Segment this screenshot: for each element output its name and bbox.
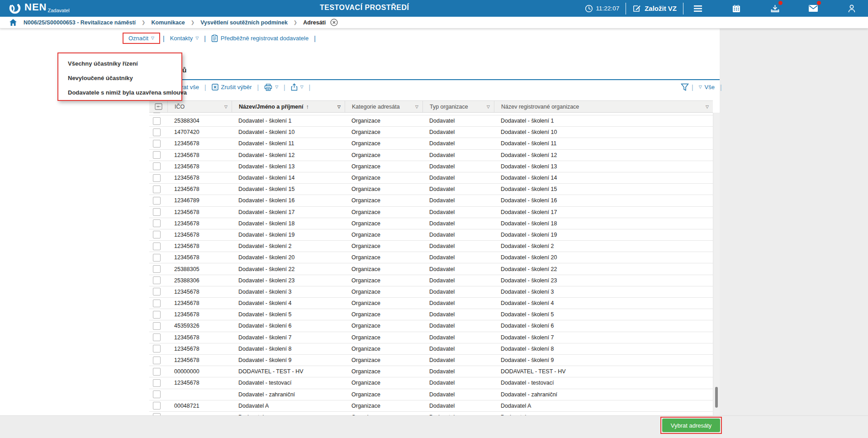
select-rows-header-cell[interactable] (149, 101, 167, 112)
row-checkbox[interactable] (153, 333, 161, 341)
table-row[interactable]: 12345678Dodavatel - školení 17Organizace… (149, 207, 713, 218)
home-icon[interactable] (9, 19, 17, 26)
table-cell: 12345678 (167, 300, 232, 306)
column-filter-icon[interactable]: ▽ (224, 105, 228, 109)
close-tab-icon[interactable] (330, 19, 338, 26)
table-row[interactable]: 12345678Dodavatel - školení 19Organizace… (149, 229, 713, 241)
row-checkbox[interactable] (153, 117, 161, 125)
column-header[interactable]: IČO▽ (167, 101, 232, 112)
row-checkbox[interactable] (153, 151, 161, 159)
column-header[interactable]: Kategorie adresáta▽ (345, 101, 422, 112)
filter-preset-select[interactable]: ▽ Vše (699, 84, 715, 90)
app-logo[interactable]: NEN Zadavatel (8, 1, 70, 15)
row-checkbox[interactable] (153, 113, 161, 113)
table-row[interactable]: 25388306Dodavatel - školení 23Organizace… (149, 275, 713, 286)
row-checkbox[interactable] (153, 276, 161, 284)
row-checkbox[interactable] (153, 322, 161, 330)
row-checkbox[interactable] (153, 243, 161, 250)
select-addressees-button[interactable]: Vybrat adresáty (662, 419, 720, 432)
row-checkbox[interactable] (153, 413, 161, 415)
row-checkbox[interactable] (153, 174, 161, 182)
export-button[interactable]: ▽ (291, 83, 304, 91)
mark-menu-button[interactable]: Označit ▽ (123, 33, 160, 44)
table-row[interactable]: 12346789Dodavatel - školení 16Organizace… (149, 195, 713, 206)
filter-funnel-icon[interactable] (681, 83, 689, 91)
row-checkbox[interactable] (153, 311, 161, 319)
table-scrollbar[interactable] (713, 113, 720, 415)
column-header[interactable]: Typ organizace▽ (422, 101, 494, 112)
row-checkbox[interactable] (153, 197, 161, 205)
scrollbar-thumb[interactable] (715, 387, 718, 408)
calendar-button[interactable] (731, 3, 742, 14)
table-row[interactable]: 12345678Dodavatel - školení 7OrganizaceD… (149, 332, 713, 343)
clear-selection-button[interactable]: Zrušit výběr (212, 84, 252, 90)
downloads-button[interactable] (769, 3, 780, 14)
row-checkbox[interactable] (153, 390, 161, 398)
breadcrumb-item[interactable]: N006/25/S00000653 - Revitalizace náměstí (24, 19, 136, 26)
table-cell: Dodavatel (422, 277, 494, 284)
column-filter-icon[interactable]: ▽ (415, 105, 418, 109)
column-filter-icon[interactable]: ▽ (337, 105, 341, 109)
row-checkbox[interactable] (153, 162, 161, 170)
row-checkbox[interactable] (153, 402, 161, 409)
table-row[interactable]: 45359326Dodavatel - školení 6OrganizaceD… (149, 320, 713, 332)
row-checkbox[interactable] (153, 219, 161, 227)
row-checkbox[interactable] (153, 345, 161, 352)
table-row[interactable]: 12345678Dodavatel - testovacíOrganizaceD… (149, 377, 713, 389)
table-row[interactable]: 25388304Dodavatel - školení 1OrganizaceD… (149, 115, 713, 127)
row-checkbox[interactable] (153, 186, 161, 193)
table-row[interactable]: 12345678Dodavatel - školení 18Organizace… (149, 218, 713, 229)
column-filter-icon[interactable]: ▽ (487, 105, 490, 109)
table-row[interactable]: 12345678Dodavatel - školení 11Organizace… (149, 138, 713, 149)
row-checkbox[interactable] (153, 368, 161, 376)
table-row[interactable]: 12345678Dodavatel - školení 8OrganizaceD… (149, 343, 713, 355)
column-header-label: Kategorie adresáta (352, 104, 400, 110)
table-row[interactable]: 12345678Dodavatel - školení 15Organizace… (149, 184, 713, 195)
table-row[interactable]: 12345678Dodavatel - školení 14Organizace… (149, 172, 713, 184)
preregister-supplier-button[interactable]: Předběžně registrovat dodavatele (211, 34, 308, 42)
contacts-menu-button[interactable]: Kontakty ▽ (170, 35, 199, 42)
table-cell: Organizace (345, 140, 422, 147)
table-row[interactable]: 14707420Dodavatel - školení 10Organizace… (149, 127, 713, 138)
row-checkbox[interactable] (153, 140, 161, 148)
table-row[interactable]: 12345678Dodavatel - školení 3OrganizaceD… (149, 286, 713, 298)
row-checkbox[interactable] (153, 265, 161, 273)
mark-dropdown-item[interactable]: Dodavatele s nimiž byla uzavřena smlouva (58, 86, 181, 100)
mark-dropdown-item[interactable]: Nevyloučené účastníky (58, 71, 181, 86)
submit-highlight-box: Vybrat adresáty (660, 417, 722, 434)
table-row[interactable]: Dodavatel …OrganizaceDodavatelDodavatel … (149, 412, 713, 415)
row-checkbox[interactable] (153, 357, 161, 364)
row-checkbox[interactable] (153, 379, 161, 387)
table-row[interactable]: 00000000DODAVATEL - TEST - HVOrganizaceD… (149, 366, 713, 377)
column-header[interactable]: Název registrované organizace▽ (494, 101, 713, 112)
column-filter-icon[interactable]: ▽ (706, 105, 709, 109)
row-checkbox[interactable] (153, 208, 161, 216)
table-row[interactable]: 12345678Dodavatel - školení 4OrganizaceD… (149, 298, 713, 309)
row-checkbox[interactable] (153, 129, 161, 136)
table-row[interactable]: 00048721Dodavatel AOrganizaceDodavatelDo… (149, 400, 713, 412)
create-vz-button[interactable]: Založit VZ (632, 4, 677, 13)
table-row[interactable]: 12345678Dodavatel - školení 2OrganizaceD… (149, 241, 713, 252)
table-row[interactable]: 12345678Dodavatel - školení 13Organizace… (149, 161, 713, 172)
table-row[interactable]: 12345678Dodavatel - školení 12Organizace… (149, 150, 713, 161)
breadcrumb-item[interactable]: Komunikace (151, 19, 185, 26)
table-row[interactable]: 12345678Dodavatel - školení 5OrganizaceD… (149, 309, 713, 320)
breadcrumb-item[interactable]: Adresáti (303, 19, 326, 26)
table-row[interactable]: 12345678Dodavatel - školení 20Organizace… (149, 252, 713, 263)
table-cell: Organizace (345, 403, 422, 409)
table-row[interactable]: 25388305Dodavatel - školení 22Organizace… (149, 263, 713, 275)
table-row[interactable]: 12345678Dodavatel - školení 9OrganizaceD… (149, 355, 713, 366)
column-header[interactable]: Název/Jméno a příjmení↑▽ (232, 101, 345, 112)
table-row[interactable]: Dodavatel - zahraničníOrganizaceDodavate… (149, 389, 713, 400)
messages-button[interactable] (808, 3, 819, 14)
row-checkbox[interactable] (153, 231, 161, 238)
main-menu-button[interactable] (693, 3, 703, 14)
row-checkbox[interactable] (153, 254, 161, 262)
user-profile-button[interactable] (846, 3, 857, 14)
print-button[interactable]: ▽ (264, 84, 278, 91)
breadcrumb-item[interactable]: Vysvětlení soutěžních podmínek (200, 19, 288, 26)
table-cell: Organizace (345, 209, 422, 215)
mark-dropdown-item[interactable]: Všechny účastníky řízení (58, 57, 181, 71)
row-checkbox[interactable] (153, 288, 161, 295)
row-checkbox[interactable] (153, 300, 161, 307)
